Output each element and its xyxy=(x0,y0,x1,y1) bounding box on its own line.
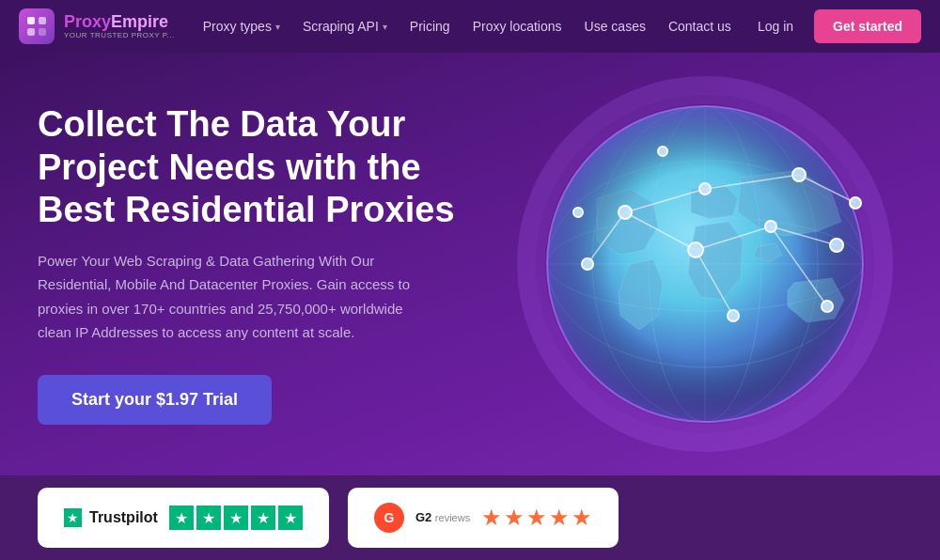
g2-star-2: ★ xyxy=(504,505,525,531)
g2-star-3: ★ xyxy=(526,505,547,531)
svg-point-26 xyxy=(699,183,711,194)
svg-point-25 xyxy=(619,206,632,219)
star-3: ★ xyxy=(224,506,248,530)
star-5: ★ xyxy=(278,506,303,530)
nav-item-pricing[interactable]: Pricing xyxy=(400,13,460,39)
svg-point-32 xyxy=(728,310,739,321)
svg-point-29 xyxy=(688,242,703,257)
star-4: ★ xyxy=(251,506,275,530)
svg-rect-0 xyxy=(27,17,35,24)
nav-item-scraping-api[interactable]: Scraping API▾ xyxy=(293,13,397,39)
g2-star-1: ★ xyxy=(481,505,502,531)
trustpilot-icon: ★ xyxy=(64,508,82,527)
svg-point-31 xyxy=(830,239,843,252)
star-2: ★ xyxy=(196,506,221,530)
g2-text: G2 reviews xyxy=(415,510,470,525)
g2-name: G2 reviews xyxy=(415,510,470,525)
globe-illustration xyxy=(508,67,902,461)
g2-star-4: ★ xyxy=(549,505,570,531)
trustpilot-stars: ★ ★ ★ ★ ★ xyxy=(169,506,303,530)
hero-content: Collect The Data Your Project Needs with… xyxy=(38,103,489,425)
trustpilot-card: ★ Trustpilot ★ ★ ★ ★ ★ xyxy=(38,488,329,548)
nav-right: Log in Get started xyxy=(748,9,921,43)
svg-rect-1 xyxy=(39,17,46,24)
svg-point-14 xyxy=(547,106,863,422)
svg-point-28 xyxy=(850,197,861,209)
nav-item-proxy-locations[interactable]: Proxy locations xyxy=(463,13,572,39)
svg-point-33 xyxy=(582,258,593,270)
svg-rect-3 xyxy=(39,28,46,36)
navbar: ProxyEmpire YOUR TRUSTED PROXY P... Prox… xyxy=(0,0,940,53)
g2-icon: G xyxy=(374,503,404,533)
svg-point-30 xyxy=(765,221,776,232)
login-button[interactable]: Log in xyxy=(748,13,803,39)
nav-item-proxy-types[interactable]: Proxy types▾ xyxy=(194,13,290,39)
g2-stars: ★ ★ ★ ★ ★ xyxy=(481,505,592,531)
svg-point-35 xyxy=(573,208,583,217)
nav-links: Proxy types▾ Scraping API▾ Pricing Proxy… xyxy=(194,13,748,39)
trial-button[interactable]: Start your $1.97 Trial xyxy=(38,375,272,425)
logo-name: ProxyEmpire xyxy=(64,13,175,32)
star-1: ★ xyxy=(169,506,194,530)
nav-item-contact-us[interactable]: Contact us xyxy=(659,13,741,39)
nav-item-use-cases[interactable]: Use cases xyxy=(575,13,655,39)
trustpilot-logo: ★ Trustpilot xyxy=(64,508,158,527)
svg-point-34 xyxy=(822,301,833,312)
svg-point-27 xyxy=(792,168,806,181)
logo-icon xyxy=(19,8,55,44)
get-started-button[interactable]: Get started xyxy=(814,9,921,43)
svg-point-36 xyxy=(658,147,667,156)
logo[interactable]: ProxyEmpire YOUR TRUSTED PROXY P... xyxy=(19,8,175,44)
hero-section: Collect The Data Your Project Needs with… xyxy=(0,53,940,475)
g2-star-5-half: ★ xyxy=(572,505,592,531)
trustpilot-label: Trustpilot xyxy=(89,509,158,526)
hero-title: Collect The Data Your Project Needs with… xyxy=(38,103,489,232)
hero-subtitle: Power Your Web Scraping & Data Gathering… xyxy=(38,249,432,345)
svg-rect-2 xyxy=(27,28,35,36)
reviews-bar: ★ Trustpilot ★ ★ ★ ★ ★ G G2 reviews ★ ★ … xyxy=(0,475,940,560)
logo-tagline: YOUR TRUSTED PROXY P... xyxy=(64,31,175,39)
g2-card: G G2 reviews ★ ★ ★ ★ ★ xyxy=(348,488,619,548)
